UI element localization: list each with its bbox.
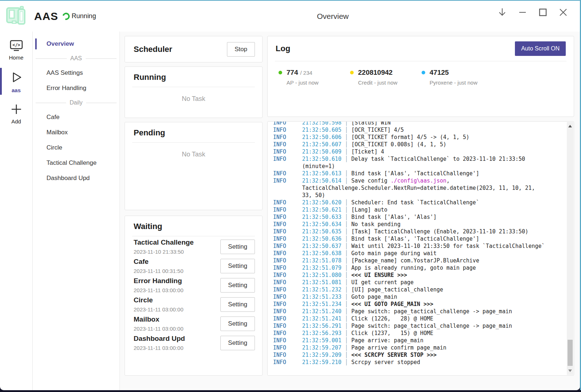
log-separator: │ — [341, 148, 351, 155]
plus-icon — [10, 103, 23, 117]
log-level: INFO — [273, 264, 302, 271]
log-level: INFO — [273, 134, 302, 141]
log-message: 21:32:50.614 │ Save config ./config\aas.… — [302, 177, 548, 199]
log-entry: INFO21:32:56.293 │ Click (1237, 15) @ HO… — [273, 330, 548, 337]
log-stat-top: 220810942 — [350, 69, 422, 77]
log-stat: 774/ 234AP - just now — [279, 69, 350, 86]
log-timestamp: 21:32:50.605 — [302, 127, 341, 133]
sidebar-item-circle[interactable]: Circle — [33, 140, 119, 155]
minimize-icon[interactable] — [517, 7, 528, 18]
log-level: INFO — [273, 148, 302, 155]
log-text: Scrcpy server stopped — [351, 359, 420, 366]
stat-label: Credit - just now — [358, 79, 422, 86]
log-entry: INFO21:32:59.001 │ Page arrive: page_mai… — [273, 337, 548, 344]
rail-item-home[interactable]: </>Home — [0, 36, 32, 64]
titlebar: AAS Running Overview — [0, 1, 580, 32]
main-content: Scheduler Stop Running No Task Pending N… — [120, 32, 580, 390]
log-text: Page arrive: page_main — [351, 337, 423, 344]
log-entry: INFO21:32:50.634 │ No task pending — [273, 221, 548, 228]
log-level: INFO — [273, 242, 302, 250]
setting-button[interactable]: Setting — [220, 259, 255, 273]
log-timestamp: 21:32:51.079 — [302, 265, 341, 271]
divider — [132, 87, 255, 87]
rail-item-add[interactable]: Add — [0, 99, 32, 127]
sidebar-item-dashboard-upd[interactable]: Dashboard Upd — [33, 171, 119, 186]
rail-item-aas[interactable]: aas — [0, 66, 32, 96]
log-separator: │ — [341, 352, 351, 358]
scrollbar-up-icon[interactable] — [568, 125, 572, 127]
scrollbar-down-icon[interactable] — [568, 369, 572, 372]
log-separator: │ — [341, 170, 351, 177]
log-timestamp: 21:32:51.234 — [302, 301, 341, 307]
running-card: Running No Task — [125, 66, 263, 118]
log-separator: │ — [341, 308, 351, 315]
log-timestamp: 21:32:50.606 — [302, 134, 341, 140]
sidebar-item-cafe[interactable]: Cafe — [33, 110, 119, 125]
section-label: Daily — [70, 99, 83, 106]
section-line — [86, 58, 117, 59]
log-timestamp: 21:32:50.614 — [302, 177, 341, 184]
waiting-task-name: Circle — [134, 296, 183, 304]
waiting-task-row: Mailbox2023-11-11 03:00:00Setting — [134, 315, 255, 332]
section-label: AAS — [70, 55, 82, 62]
log-message: 21:32:51.241 │ Click (1226, 28) @ HOME — [302, 315, 548, 322]
log-text: <<< UI GOTO PAGE_MAIN >>> — [351, 301, 433, 307]
log-separator: │ — [341, 134, 351, 140]
log-timestamp: 21:32:50.598 — [302, 122, 341, 126]
close-icon[interactable] — [557, 7, 569, 18]
log-text: Page switch: page_tactical_challenge -> … — [351, 308, 512, 315]
log-card: Log Auto Scroll ON 774/ 234AP - just now… — [267, 36, 574, 117]
log-output[interactable]: INFO21:32:50.598 │ [Status] WININFO21:32… — [267, 121, 574, 376]
log-separator: │ — [341, 265, 351, 271]
log-entry: INFO21:32:51.080 │ <<< UI ENSURE >>> — [273, 271, 548, 279]
waiting-task-time: 2023-11-11 03:00:00 — [134, 306, 183, 313]
log-text: [Ticket] 4 — [351, 148, 384, 155]
log-separator: │ — [341, 141, 351, 148]
auto-scroll-button[interactable]: Auto Scroll ON — [515, 41, 566, 56]
log-message: 21:32:51.078 │ [Package_name] com.Yostar… — [302, 257, 548, 264]
setting-button[interactable]: Setting — [220, 297, 255, 312]
log-timestamp: 21:32:51.081 — [302, 279, 341, 286]
stat-suffix: / 234 — [300, 70, 312, 76]
stat-dot-icon — [279, 71, 282, 74]
running-empty-text: No Task — [125, 95, 262, 103]
update-arrow-icon[interactable] — [496, 7, 508, 18]
sidebar-item-tactical-challenge[interactable]: Tactical Challenge — [33, 155, 119, 171]
log-timestamp: 21:32:50.635 — [302, 228, 341, 235]
pending-title: Pending — [134, 128, 165, 137]
running-spinner-icon — [61, 11, 71, 21]
pending-empty-text: No Task — [125, 151, 262, 158]
log-timestamp: 21:32:50.637 — [302, 243, 341, 249]
log-scrollbar[interactable] — [567, 122, 573, 375]
setting-button[interactable]: Setting — [220, 278, 255, 293]
log-level: INFO — [273, 322, 302, 330]
waiting-title: Waiting — [134, 222, 162, 231]
log-text: ./config\aas.json — [391, 177, 447, 184]
log-separator: │ — [341, 323, 351, 329]
log-text: [Task] TacticalChallenge (Enable, 2023-1… — [351, 228, 528, 235]
log-message: 21:32:51.234 │ <<< UI GOTO PAGE_MAIN >>> — [302, 301, 548, 308]
log-level: INFO — [273, 301, 302, 308]
log-level: INFO — [273, 351, 302, 359]
log-message: 21:32:50.638 │ Goto main page during wai… — [302, 250, 548, 257]
waiting-task-name: Error Handling — [134, 277, 183, 285]
log-separator: │ — [341, 315, 351, 322]
setting-button[interactable]: Setting — [220, 317, 255, 331]
stat-value: 774 — [287, 69, 298, 77]
log-stat: 47125Pyroxene - just now — [422, 69, 493, 86]
setting-button[interactable]: Setting — [220, 240, 255, 254]
sidebar-item-error-handling[interactable]: Error Handling — [33, 81, 119, 96]
log-separator: │ — [341, 122, 351, 126]
log-text: <<< UI ENSURE >>> — [351, 272, 407, 278]
icon-rail: </>HomeaasAdd — [0, 32, 33, 390]
stop-button[interactable]: Stop — [227, 42, 255, 57]
maximize-icon[interactable] — [537, 7, 549, 18]
sidebar-item-mailbox[interactable]: Mailbox — [33, 125, 119, 140]
setting-button[interactable]: Setting — [220, 336, 255, 350]
app-name: AAS — [34, 10, 58, 23]
sidebar-item-aas-settings[interactable]: AAS Settings — [33, 65, 119, 81]
log-timestamp: 21:32:51.240 — [302, 308, 341, 315]
scrollbar-thumb[interactable] — [568, 340, 573, 366]
log-timestamp: 21:32:59.210 — [302, 359, 341, 366]
sidebar-item-overview[interactable]: Overview — [33, 36, 119, 52]
